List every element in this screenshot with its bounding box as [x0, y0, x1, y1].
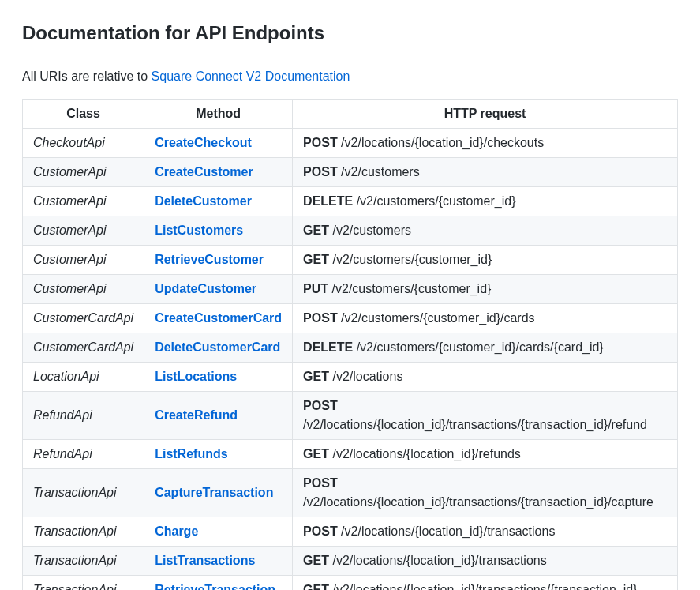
request-cell: DELETE /v2/customers/{customer_id}	[293, 187, 678, 216]
http-path: /v2/customers/{customer_id}/cards	[341, 311, 534, 325]
class-cell: CustomerApi	[23, 158, 144, 187]
http-path: /v2/locations/{location_id}/refunds	[332, 447, 520, 460]
method-cell: ListTransactions	[144, 547, 293, 576]
method-cell: ListCustomers	[144, 216, 293, 246]
method-cell: UpdateCustomer	[144, 275, 293, 304]
intro-paragraph: All URIs are relative to Square Connect …	[22, 67, 678, 86]
class-cell: CheckoutApi	[23, 129, 144, 158]
request-cell: POST /v2/locations/{location_id}/transac…	[293, 517, 678, 547]
class-cell: TransactionApi	[23, 576, 144, 591]
http-path: /v2/locations/{location_id}/transactions	[332, 554, 546, 567]
method-link[interactable]: CreateCheckout	[155, 136, 252, 149]
method-cell: DeleteCustomerCard	[144, 333, 293, 363]
method-link[interactable]: UpdateCustomer	[155, 282, 256, 295]
http-path: /v2/locations/{location_id}/transactions	[341, 524, 555, 538]
method-link[interactable]: ListCustomers	[155, 224, 243, 237]
http-verb: PUT	[303, 282, 328, 295]
intro-link[interactable]: Square Connect V2 Documentation	[152, 70, 350, 83]
table-row: CustomerApiCreateCustomerPOST /v2/custom…	[23, 158, 678, 187]
http-verb: POST	[303, 476, 338, 490]
http-verb: DELETE	[303, 340, 353, 354]
method-cell: CreateCustomerCard	[144, 304, 293, 333]
class-cell: CustomerApi	[23, 275, 144, 304]
table-row: TransactionApiCaptureTransactionPOST /v2…	[23, 469, 678, 517]
http-verb: GET	[303, 583, 329, 590]
col-header-class: Class	[23, 100, 144, 129]
method-link[interactable]: CreateCustomer	[155, 165, 253, 179]
method-cell: ListRefunds	[144, 440, 293, 469]
request-cell: POST /v2/customers/{customer_id}/cards	[293, 304, 678, 333]
http-path: /v2/locations/{location_id}/transactions…	[303, 418, 647, 431]
http-path: /v2/locations	[332, 370, 402, 383]
method-cell: CreateRefund	[144, 392, 293, 440]
method-cell: DeleteCustomer	[144, 187, 293, 216]
class-cell: TransactionApi	[23, 469, 144, 517]
request-cell: GET /v2/customers	[293, 216, 678, 246]
method-cell: Charge	[144, 517, 293, 547]
table-row: LocationApiListLocationsGET /v2/location…	[23, 363, 678, 392]
method-cell: RetrieveCustomer	[144, 246, 293, 275]
table-row: CustomerCardApiCreateCustomerCardPOST /v…	[23, 304, 678, 333]
table-row: TransactionApiListTransactionsGET /v2/lo…	[23, 547, 678, 576]
http-verb: GET	[303, 447, 329, 460]
method-link[interactable]: DeleteCustomerCard	[155, 340, 280, 354]
class-cell: CustomerApi	[23, 216, 144, 246]
request-cell: POST /v2/locations/{location_id}/checkou…	[293, 129, 678, 158]
http-path: /v2/customers/{customer_id}	[357, 194, 516, 208]
method-link[interactable]: CreateRefund	[155, 408, 238, 422]
class-cell: CustomerCardApi	[23, 333, 144, 363]
method-cell: CreateCheckout	[144, 129, 293, 158]
intro-text: All URIs are relative to	[22, 70, 152, 83]
method-link[interactable]: RetrieveCustomer	[155, 253, 264, 266]
http-verb: POST	[303, 165, 338, 179]
method-link[interactable]: ListRefunds	[155, 447, 227, 460]
table-row: RefundApiCreateRefundPOST /v2/locations/…	[23, 392, 678, 440]
http-path: /v2/customers/{customer_id}	[332, 282, 492, 295]
method-link[interactable]: ListLocations	[155, 370, 237, 383]
http-verb: POST	[303, 136, 338, 149]
request-cell: GET /v2/locations/{location_id}/transact…	[293, 576, 678, 591]
method-link[interactable]: ListTransactions	[155, 554, 255, 567]
request-cell: POST /v2/customers	[293, 158, 678, 187]
class-cell: TransactionApi	[23, 547, 144, 576]
http-path: /v2/customers/{customer_id}	[332, 253, 492, 266]
table-row: RefundApiListRefundsGET /v2/locations/{l…	[23, 440, 678, 469]
page-title: Documentation for API Endpoints	[22, 19, 678, 54]
class-cell: TransactionApi	[23, 517, 144, 547]
table-row: CheckoutApiCreateCheckoutPOST /v2/locati…	[23, 129, 678, 158]
class-cell: RefundApi	[23, 440, 144, 469]
table-row: CustomerApiDeleteCustomerDELETE /v2/cust…	[23, 187, 678, 216]
method-link[interactable]: Charge	[155, 524, 198, 538]
method-link[interactable]: RetrieveTransaction	[155, 583, 275, 590]
method-link[interactable]: DeleteCustomer	[155, 194, 252, 208]
request-cell: POST /v2/locations/{location_id}/transac…	[293, 392, 678, 440]
http-path: /v2/locations/{location_id}/transactions…	[332, 583, 637, 590]
method-cell: CaptureTransaction	[144, 469, 293, 517]
method-link[interactable]: CreateCustomerCard	[155, 311, 282, 325]
http-verb: GET	[303, 554, 329, 567]
http-verb: POST	[303, 311, 338, 325]
table-row: CustomerApiListCustomersGET /v2/customer…	[23, 216, 678, 246]
table-row: TransactionApiRetrieveTransactionGET /v2…	[23, 576, 678, 591]
col-header-method: Method	[144, 100, 293, 129]
request-cell: POST /v2/locations/{location_id}/transac…	[293, 469, 678, 517]
http-verb: POST	[303, 399, 338, 412]
table-row: CustomerApiRetrieveCustomerGET /v2/custo…	[23, 246, 678, 275]
request-cell: DELETE /v2/customers/{customer_id}/cards…	[293, 333, 678, 363]
http-verb: GET	[303, 370, 329, 383]
http-path: /v2/customers	[332, 224, 411, 237]
http-verb: POST	[303, 524, 338, 538]
class-cell: CustomerApi	[23, 187, 144, 216]
request-cell: GET /v2/locations	[293, 363, 678, 392]
method-link[interactable]: CaptureTransaction	[155, 486, 273, 499]
request-cell: GET /v2/customers/{customer_id}	[293, 246, 678, 275]
class-cell: RefundApi	[23, 392, 144, 440]
http-path: /v2/locations/{location_id}/transactions…	[303, 495, 653, 509]
table-row: CustomerApiUpdateCustomerPUT /v2/custome…	[23, 275, 678, 304]
table-row: CustomerCardApiDeleteCustomerCardDELETE …	[23, 333, 678, 363]
http-path: /v2/customers	[341, 165, 420, 179]
method-cell: RetrieveTransaction	[144, 576, 293, 591]
request-cell: GET /v2/locations/{location_id}/transact…	[293, 547, 678, 576]
http-verb: DELETE	[303, 194, 353, 208]
table-row: TransactionApiChargePOST /v2/locations/{…	[23, 517, 678, 547]
